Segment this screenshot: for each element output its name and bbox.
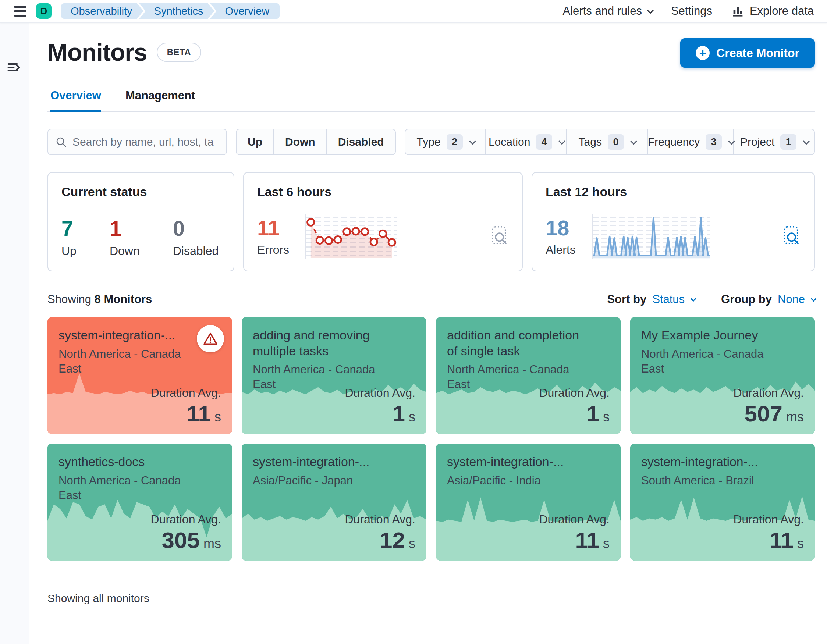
filter-project[interactable]: Project 1 [733,129,814,154]
monitor-name: system-integration-... [58,327,192,343]
showing-monitors-text: Showing 8 Monitors [47,293,152,306]
sort-by-label: Sort by [607,293,646,306]
search-input[interactable] [72,136,219,148]
create-monitor-label: Create Monitor [716,46,799,60]
errors-metric: 11 Errors [257,215,289,257]
sidebar-expand-icon[interactable] [6,59,22,75]
filter-down-button[interactable]: Down [273,129,326,154]
filter-frequency[interactable]: Frequency 3 [647,129,733,154]
current-status-card: Current status 7 Up 1 Down 0 Disabled [47,172,234,271]
last-6-hours-card: Last 6 hours 11 Errors [243,172,523,271]
hamburger-menu-icon[interactable] [14,6,27,17]
up-label: Up [61,244,76,258]
last-12-hours-title: Last 12 hours [546,185,801,199]
warning-icon [203,331,218,346]
chevron-down-icon [811,296,817,302]
monitor-card[interactable]: synthetics-docs North America - Canada E… [47,444,232,560]
alerts-label: Alerts [546,243,576,257]
search-icon [56,136,67,148]
tab-management[interactable]: Management [125,89,195,111]
down-label: Down [110,244,140,258]
beta-badge: BETA [157,43,201,62]
duration-value: 11 [575,527,599,553]
errors-chart [305,214,397,259]
duration-unit: s [409,536,415,551]
explore-data-icon [731,5,744,18]
inspect-icon[interactable] [491,225,509,247]
monitor-name: synthetics-docs [58,454,192,470]
monitor-card[interactable]: system-integration-... North America - C… [47,317,232,434]
sort-by-select[interactable]: Sort by Status [607,293,694,306]
filter-type[interactable]: Type 2 [406,129,485,154]
monitor-card[interactable]: system-integration-... South America - B… [630,444,815,560]
duration-unit: ms [203,536,221,551]
down-count: 1 [110,216,140,240]
monitor-name: My Example Journey [641,327,774,343]
up-count: 7 [61,216,76,240]
duration-unit: s [214,409,221,425]
page-title: Monitors [47,38,147,66]
duration-unit: ms [786,409,804,425]
showing-all-monitors-text: Showing all monitors [47,592,815,605]
duration-value: 507 [744,401,782,427]
duration-value: 1 [393,401,405,427]
breadcrumb-overview[interactable]: Overview [210,3,279,19]
duration-unit: s [797,536,804,551]
filter-location-label: Location [488,136,530,148]
group-by-select[interactable]: Group by None [721,293,815,306]
filter-location-count: 4 [536,134,552,150]
disabled-count: 0 [173,216,219,240]
create-monitor-button[interactable]: + Create Monitor [680,38,815,68]
chevron-down-icon [630,138,637,145]
duration-avg-label: Duration Avg. [150,386,221,400]
duration-avg-label: Duration Avg. [733,386,804,400]
alerts-metric: 18 Alerts [546,215,576,257]
monitor-card[interactable]: system-integration-... Asia/Pacific - In… [436,444,621,560]
last-12-hours-card: Last 12 hours 18 Alerts [532,172,815,271]
plus-icon: + [696,46,710,60]
filter-tags[interactable]: Tags 0 [566,129,647,154]
monitor-grid: system-integration-... North America - C… [47,317,815,560]
chevron-down-icon [469,138,476,145]
duration-avg-label: Duration Avg. [733,513,804,526]
monitor-card[interactable]: My Example Journey North America - Canad… [630,317,815,434]
monitor-name: system-integration-... [641,454,774,470]
chevron-down-icon [803,138,810,145]
explore-data-link[interactable]: Explore data [731,5,814,18]
errors-label: Errors [257,243,289,257]
monitor-location: North America - Canada East [58,473,192,503]
breadcrumb-observability[interactable]: Observability [61,3,144,19]
duration-unit: s [409,409,415,425]
tab-overview[interactable]: Overview [50,89,101,111]
inspect-icon[interactable] [783,225,801,247]
filter-location[interactable]: Location 4 [485,129,566,154]
explore-data-label: Explore data [750,5,814,18]
monitor-location: North America - Canada East [58,347,192,377]
current-status-title: Current status [61,185,220,199]
filter-up-button[interactable]: Up [237,129,273,154]
monitor-name: system-integration-... [253,454,386,470]
breadcrumb-synthetics[interactable]: Synthetics [139,3,214,19]
group-by-label: Group by [721,293,772,306]
monitor-card[interactable]: addition and completion of single task N… [436,317,621,434]
monitor-card[interactable]: system-integration-... Asia/Pacific - Ja… [242,444,426,560]
avatar[interactable]: D [36,3,51,19]
monitor-name: system-integration-... [447,454,580,470]
duration-avg-label: Duration Avg. [345,513,415,526]
duration-value: 305 [162,527,200,553]
monitor-location: South America - Brazil [641,473,774,488]
breadcrumb: Observability Synthetics Overview [61,3,279,19]
group-by-value: None [778,293,805,306]
duration-value: 12 [380,527,405,553]
search-box [47,129,227,155]
duration-avg-label: Duration Avg. [150,513,221,526]
alerts-and-rules-menu[interactable]: Alerts and rules [563,5,652,18]
monitor-card[interactable]: adding and removing multiple tasks North… [242,317,426,434]
chevron-down-icon [691,296,696,302]
settings-link[interactable]: Settings [671,5,712,18]
filter-frequency-label: Frequency [648,136,700,148]
filter-disabled-button[interactable]: Disabled [326,129,395,154]
errors-count: 11 [257,215,289,240]
monitor-location: North America - Canada East [641,347,774,377]
duration-value: 11 [769,527,794,553]
